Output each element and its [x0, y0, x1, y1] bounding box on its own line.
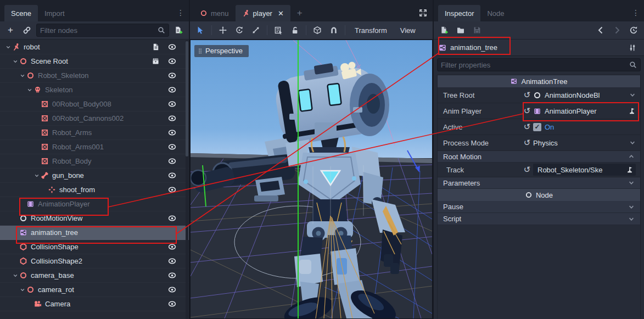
revert-icon[interactable]: ↺	[521, 106, 533, 116]
tree-node-gun-bone[interactable]: gun_bone	[0, 169, 189, 183]
tree-scrollbar[interactable]	[186, 40, 188, 319]
snap-cube-icon[interactable]	[310, 24, 324, 37]
3d-viewport[interactable]: Perspective	[190, 40, 433, 319]
expand-arrow-icon[interactable]	[4, 44, 12, 50]
perspective-menu[interactable]: Perspective	[194, 45, 249, 57]
filter-nodes-input[interactable]	[40, 26, 154, 35]
section-parameters[interactable]: Parameters	[438, 177, 640, 189]
revert-icon[interactable]: ↺	[521, 122, 533, 132]
active-checkbox[interactable]: ✓	[533, 123, 541, 131]
visibility-eye-icon[interactable]	[168, 271, 177, 280]
expand-arrow-icon[interactable]	[12, 273, 19, 278]
expand-arrow-icon[interactable]	[12, 59, 19, 64]
expand-arrow-icon[interactable]	[19, 287, 26, 293]
chevron-down-icon[interactable]	[629, 92, 636, 98]
tree-node-robot-skeleton[interactable]: Robot_Skeleton	[0, 69, 189, 83]
picker-icon[interactable]	[628, 107, 636, 115]
tree-node-00robot-body008[interactable]: 00Robot_Body008	[0, 97, 189, 111]
anim-player-value[interactable]: AnimationPlayer	[533, 107, 636, 115]
tree-node-robot-arms[interactable]: Robot_Arms	[0, 126, 189, 140]
clapper-icon[interactable]	[152, 57, 160, 66]
tab-node[interactable]: Node	[480, 5, 511, 21]
maximize-icon[interactable]	[419, 9, 427, 19]
visibility-eye-icon[interactable]	[168, 71, 177, 80]
transform-menu[interactable]: Transform	[349, 26, 393, 35]
scene-tab-player[interactable]: player ✕	[236, 5, 290, 21]
tree-node-shoot-from[interactable]: shoot_from	[0, 183, 189, 197]
tree-node-robot-body[interactable]: Robot_Body	[0, 154, 189, 169]
filter-properties-input[interactable]	[441, 61, 626, 69]
tree-node-skeleton[interactable]: Skeleton	[0, 83, 189, 97]
folder-icon[interactable]	[453, 24, 468, 37]
revert-icon[interactable]: ↺	[521, 165, 533, 175]
chevron-down-icon[interactable]	[629, 139, 636, 146]
instance-scene-icon[interactable]	[20, 24, 34, 37]
scene-tab-menu[interactable]: menu	[193, 5, 236, 21]
move-tool-icon[interactable]	[216, 24, 230, 37]
tree-node-camera[interactable]: Camera	[0, 297, 189, 311]
scale-tool-icon[interactable]	[249, 24, 263, 37]
tree-node-rootmotionview[interactable]: RootMotionView	[0, 211, 189, 226]
add-scene-tab-icon[interactable]: +	[290, 5, 309, 21]
visibility-eye-icon[interactable]	[168, 100, 177, 109]
visibility-eye-icon[interactable]	[168, 243, 177, 251]
expand-arrow-icon[interactable]	[26, 87, 33, 93]
history-icon[interactable]	[626, 24, 641, 37]
section-root-motion[interactable]: Root Motion	[438, 151, 640, 163]
visibility-eye-icon[interactable]	[168, 86, 177, 94]
tree-node-camera-rot[interactable]: camera_rot	[0, 283, 189, 297]
tree-node-scene-root[interactable]: Scene Root	[0, 54, 189, 69]
tree-node-animationplayer[interactable]: AnimationPlayer	[0, 197, 189, 211]
viewport-toolbar: Transform View	[190, 21, 433, 40]
tab-scene[interactable]: Scene	[4, 5, 38, 21]
back-icon[interactable]	[593, 24, 608, 37]
select-tool-icon[interactable]	[193, 24, 208, 37]
expand-arrow-icon[interactable]	[19, 73, 26, 79]
object-tools-icon[interactable]	[625, 41, 640, 54]
tree-node-robot[interactable]: robot	[0, 40, 189, 54]
revert-icon[interactable]: ↺	[521, 138, 533, 148]
visibility-eye-icon[interactable]	[168, 300, 177, 309]
visibility-eye-icon[interactable]	[168, 171, 177, 180]
tree-root-value[interactable]: AnimationNodeBl	[533, 91, 636, 99]
tab-inspector[interactable]: Inspector	[438, 5, 480, 21]
tree-node-00robot-cannons002[interactable]: 00Robot_Cannons002	[0, 111, 189, 126]
close-icon[interactable]: ✕	[278, 9, 284, 18]
visibility-eye-icon[interactable]	[168, 128, 177, 137]
section-pause[interactable]: Pause	[438, 201, 640, 213]
tree-node-collisionshape2[interactable]: CollisionShape2	[0, 254, 189, 268]
attach-script-icon[interactable]	[171, 24, 186, 37]
visibility-eye-icon[interactable]	[168, 143, 177, 152]
visibility-eye-icon[interactable]	[168, 214, 177, 223]
visibility-eye-icon[interactable]	[168, 186, 177, 194]
unlock-icon[interactable]	[288, 24, 302, 37]
tab-import[interactable]: Import	[38, 5, 71, 21]
visibility-eye-icon[interactable]	[168, 257, 177, 266]
dock-options-icon[interactable]: ⋮	[632, 9, 640, 16]
process-mode-dropdown[interactable]: Physics	[533, 139, 636, 147]
magnet-icon[interactable]	[327, 24, 341, 37]
forward-icon[interactable]	[610, 24, 624, 37]
list-select-icon[interactable]	[271, 24, 285, 37]
tree-node-robot-arms001[interactable]: Robot_Arms001	[0, 140, 189, 154]
tree-node-collisionshape[interactable]: CollisionShape	[0, 240, 189, 254]
rotate-tool-icon[interactable]	[232, 24, 247, 37]
tree-node-camera-base[interactable]: camera_base	[0, 268, 189, 283]
section-script[interactable]: Script	[438, 213, 640, 225]
new-resource-icon[interactable]	[437, 24, 451, 37]
visibility-eye-icon[interactable]	[168, 57, 177, 66]
view-menu[interactable]: View	[395, 26, 421, 35]
script-icon[interactable]	[152, 43, 160, 52]
picker-icon[interactable]	[626, 166, 634, 174]
track-value-field[interactable]: Robot_Skeleton/Ske	[533, 164, 636, 176]
tree-node-animation-tree[interactable]: animation_tree	[0, 226, 189, 240]
save-icon[interactable]	[470, 24, 484, 37]
visibility-eye-icon[interactable]	[168, 43, 177, 52]
expand-arrow-icon[interactable]	[33, 173, 41, 178]
visibility-eye-icon[interactable]	[168, 114, 177, 123]
visibility-eye-icon[interactable]	[168, 157, 177, 166]
revert-icon[interactable]: ↺	[521, 90, 533, 100]
add-node-icon[interactable]: +	[3, 24, 18, 37]
visibility-eye-icon[interactable]	[168, 286, 177, 294]
dock-options-icon[interactable]: ⋮	[177, 9, 184, 16]
